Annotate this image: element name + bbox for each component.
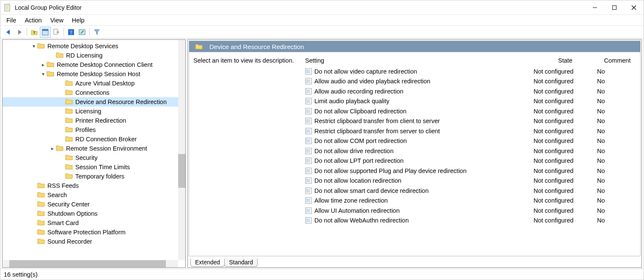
- properties-icon[interactable]: [40, 27, 51, 38]
- setting-row[interactable]: Allow time zone redirectionNot configure…: [305, 196, 638, 206]
- tree-horizontal-scrollbar[interactable]: [3, 260, 178, 267]
- tab-extended[interactable]: Extended: [190, 258, 225, 267]
- tree-item[interactable]: RD Connection Broker: [3, 135, 185, 144]
- setting-row[interactable]: Restrict clipboard transfer from client …: [305, 116, 638, 126]
- tab-standard[interactable]: Standard: [224, 258, 258, 267]
- tree-item-label: Printer Redirection: [75, 117, 126, 124]
- policy-icon: [305, 78, 312, 85]
- tree-item[interactable]: Security Center: [3, 200, 185, 209]
- folder-icon: [65, 136, 73, 142]
- setting-state: Not configured: [534, 118, 597, 124]
- setting-row[interactable]: Do not allow COM port redirectionNot con…: [305, 136, 638, 146]
- menu-view[interactable]: View: [50, 17, 63, 24]
- column-state[interactable]: State: [534, 57, 597, 64]
- policy-icon: [305, 128, 312, 135]
- svg-rect-21: [306, 72, 307, 73]
- setting-comment: No: [597, 207, 638, 214]
- setting-comment: No: [597, 98, 638, 104]
- svg-rect-105: [306, 192, 307, 192]
- setting-row[interactable]: Do not allow video capture redirectionNo…: [305, 66, 638, 77]
- menu-help[interactable]: Help: [72, 17, 85, 24]
- svg-rect-112: [306, 201, 307, 202]
- close-button[interactable]: [624, 0, 644, 15]
- tree-item[interactable]: Connections: [3, 88, 185, 97]
- menu-file[interactable]: File: [6, 17, 16, 24]
- tree-vertical-scrollbar[interactable]: [178, 40, 185, 260]
- tree-item[interactable]: ▸Remote Session Environment: [3, 144, 185, 153]
- tree-item[interactable]: ▾Remote Desktop Services: [3, 41, 185, 51]
- menu-action[interactable]: Action: [25, 17, 41, 24]
- policy-icon: [305, 177, 312, 184]
- setting-row[interactable]: Do not allow location redirectionNot con…: [305, 176, 638, 186]
- setting-row[interactable]: Do not allow supported Plug and Play dev…: [305, 166, 638, 176]
- svg-rect-35: [306, 92, 307, 93]
- column-comment[interactable]: Comment: [597, 57, 638, 64]
- tree-item[interactable]: Shutdown Options: [3, 209, 185, 218]
- setting-name: Allow audio recording redirection: [314, 88, 534, 95]
- setting-row[interactable]: Do not allow WebAuthn redirectionNot con…: [305, 216, 638, 226]
- svg-rect-68: [306, 139, 307, 140]
- setting-state: Not configured: [534, 68, 597, 75]
- maximize-button[interactable]: [605, 0, 624, 15]
- setting-row[interactable]: Do not allow smart card device redirecti…: [305, 186, 638, 196]
- tree-item[interactable]: Security: [3, 153, 185, 162]
- folder-icon: [56, 52, 63, 58]
- policy-icon: [305, 108, 312, 115]
- setting-row[interactable]: Allow UI Automation redirectionNot confi…: [305, 206, 638, 216]
- setting-comment: No: [597, 68, 638, 75]
- collapse-icon[interactable]: ▾: [30, 43, 37, 49]
- expand-icon[interactable]: ▸: [40, 62, 47, 68]
- tree-item[interactable]: Session Time Limits: [3, 162, 185, 172]
- svg-rect-0: [5, 4, 10, 11]
- folder-icon: [65, 118, 73, 124]
- tree-item[interactable]: Sound Recorder: [3, 237, 185, 246]
- tree-item[interactable]: Search: [3, 190, 185, 200]
- setting-name: Do not allow Clipboard redirection: [314, 108, 534, 115]
- minimize-button[interactable]: [585, 0, 605, 15]
- tree-item[interactable]: Licensing: [3, 107, 185, 116]
- folder-icon: [65, 155, 73, 161]
- tree-item[interactable]: Printer Redirection: [3, 116, 185, 125]
- svg-rect-103: [306, 189, 307, 190]
- setting-row[interactable]: Do not allow LPT port redirectionNot con…: [305, 156, 638, 166]
- setting-row[interactable]: Limit audio playback qualityNot configur…: [305, 96, 638, 107]
- setting-row[interactable]: Do not allow Clipboard redirectionNot co…: [305, 106, 638, 116]
- tree-item[interactable]: Temporary folders: [3, 172, 185, 181]
- svg-text:?: ?: [70, 29, 72, 36]
- setting-name: Do not allow location redirection: [314, 177, 534, 184]
- tree-item[interactable]: Device and Resource Redirection: [3, 97, 185, 107]
- folder-up-icon[interactable]: [29, 27, 40, 38]
- show-hide-icon[interactable]: [77, 27, 88, 38]
- list-header[interactable]: Setting State Comment: [305, 57, 638, 66]
- policy-icon: [305, 88, 312, 95]
- setting-state: Not configured: [534, 187, 597, 194]
- setting-row[interactable]: Allow audio and video playback redirecti…: [305, 77, 638, 87]
- window-title: Local Group Policy Editor: [15, 4, 585, 11]
- tree-item[interactable]: RD Licensing: [3, 51, 185, 60]
- setting-row[interactable]: Do not allow drive redirectionNot config…: [305, 146, 638, 156]
- help-icon[interactable]: ?: [66, 27, 77, 38]
- tree-item[interactable]: Smart Card: [3, 218, 185, 228]
- tree-item[interactable]: Software Protection Platform: [3, 228, 185, 237]
- setting-row[interactable]: Restrict clipboard transfer from server …: [305, 126, 638, 136]
- collapse-icon[interactable]: ▾: [40, 71, 47, 77]
- tree-item[interactable]: RSS Feeds: [3, 181, 185, 190]
- forward-icon[interactable]: [14, 27, 25, 38]
- tree-item[interactable]: Profiles: [3, 125, 185, 135]
- tree-item[interactable]: Azure Virtual Desktop: [3, 79, 185, 88]
- tree[interactable]: ▾Remote Desktop ServicesRD Licensing▸Rem…: [3, 40, 185, 246]
- setting-name: Do not allow video capture redirection: [314, 68, 534, 75]
- back-icon[interactable]: [3, 27, 14, 38]
- policy-icon: [305, 98, 312, 104]
- tree-item[interactable]: ▸Remote Desktop Connection Client: [3, 60, 185, 69]
- tree-item[interactable]: ▾Remote Desktop Session Host: [3, 69, 185, 79]
- export-icon[interactable]: [51, 27, 62, 38]
- policy-icon: [305, 118, 312, 124]
- expand-icon[interactable]: ▸: [49, 145, 56, 151]
- tree-item-label: RD Licensing: [66, 52, 102, 59]
- filter-icon[interactable]: [91, 27, 102, 38]
- svg-rect-118: [306, 210, 307, 211]
- setting-state: Not configured: [534, 148, 597, 154]
- setting-row[interactable]: Allow audio recording redirectionNot con…: [305, 86, 638, 96]
- column-setting[interactable]: Setting: [305, 57, 534, 64]
